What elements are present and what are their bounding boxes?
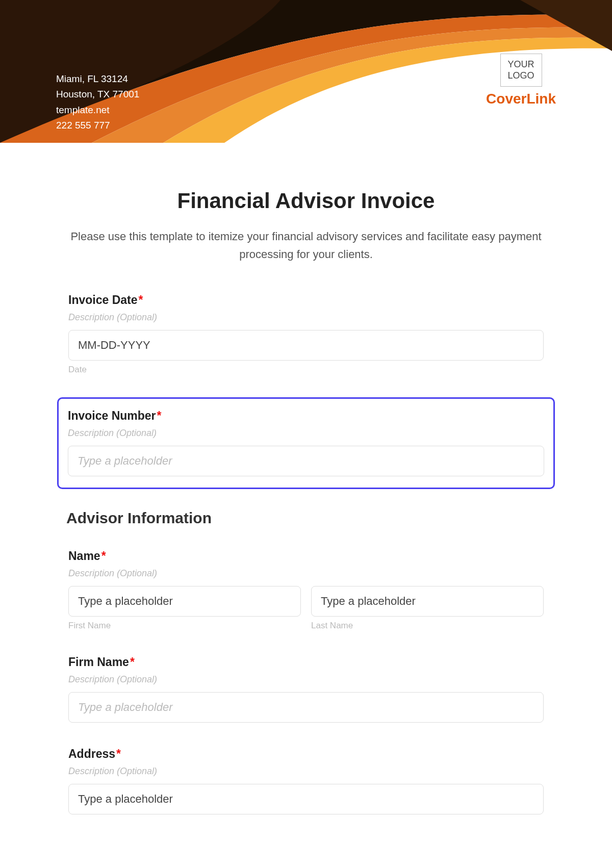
text-input[interactable]: Type a placeholder [68,446,544,476]
date-input[interactable]: MM-DD-YYYY [68,330,544,361]
field-caption: Date [68,365,544,375]
field-description: Description (Optional) [68,674,544,685]
text-input[interactable]: Type a placeholder [68,784,544,814]
field-invoice-date[interactable]: Invoice Date* Description (Optional) MM-… [66,291,546,377]
field-label: Invoice Date* [68,293,544,307]
field-description: Description (Optional) [68,766,544,777]
field-invoice-number[interactable]: Invoice Number* Description (Optional) T… [57,397,555,489]
field-description: Description (Optional) [68,312,544,323]
corner-accent [520,0,612,51]
label-text: Address [68,747,115,760]
label-text: Invoice Number [68,409,156,422]
logo-block: YOUR LOGO CoverLink [486,54,556,107]
field-label: Address* [68,747,544,761]
required-asterisk: * [139,293,143,307]
field-label: Name* [68,549,544,563]
logo-placeholder: YOUR LOGO [500,54,542,87]
field-firm-name[interactable]: Firm Name* Description (Optional) Type a… [66,653,546,725]
label-text: Name [68,549,100,563]
field-caption: First Name [68,621,301,631]
label-text: Firm Name [68,655,129,669]
field-label: Firm Name* [68,655,544,669]
contact-line: Houston, TX 77001 [56,87,139,102]
required-asterisk: * [130,655,135,669]
required-asterisk: * [101,549,106,563]
page-description: Please use this template to itemize your… [66,227,546,263]
field-caption: Last Name [311,621,544,631]
field-address[interactable]: Address* Description (Optional) Type a p… [66,745,546,816]
first-name-input[interactable]: Type a placeholder [68,586,301,617]
last-name-input[interactable]: Type a placeholder [311,586,544,617]
logo-text: LOGO [508,70,534,82]
required-asterisk: * [157,409,162,422]
contact-info: Miami, FL 33124 Houston, TX 77001 templa… [56,71,139,134]
required-asterisk: * [116,747,121,760]
contact-line: template.net [56,103,139,118]
label-text: Invoice Date [68,293,138,307]
contact-line: 222 555 777 [56,118,139,133]
contact-line: Miami, FL 33124 [56,71,139,87]
brand-name: CoverLink [486,91,556,107]
letterhead-header: Miami, FL 33124 Houston, TX 77001 templa… [0,0,612,143]
field-name[interactable]: Name* Description (Optional) Type a plac… [66,547,546,633]
field-label: Invoice Number* [68,409,544,423]
form-body: Financial Advisor Invoice Please use thi… [0,143,612,816]
section-heading-advisor-info: Advisor Information [66,509,546,527]
text-input[interactable]: Type a placeholder [68,692,544,723]
page-title: Financial Advisor Invoice [66,189,546,213]
logo-text: YOUR [508,59,534,70]
field-description: Description (Optional) [68,568,544,579]
field-description: Description (Optional) [68,428,544,439]
